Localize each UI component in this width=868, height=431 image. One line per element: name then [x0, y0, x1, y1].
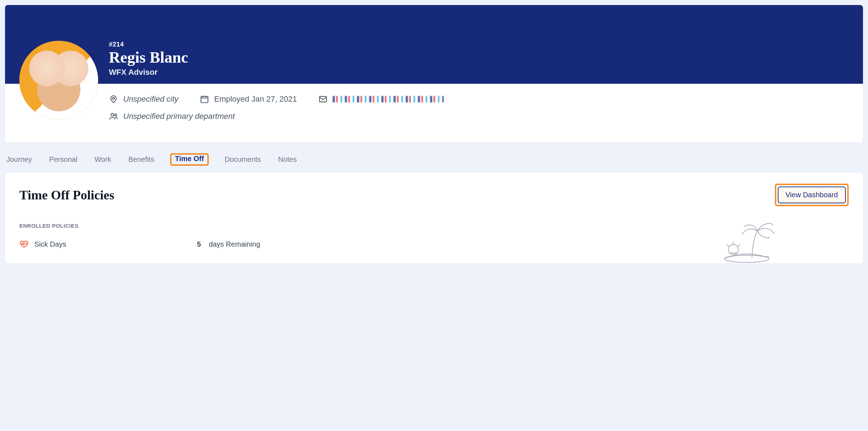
profile-tabs: Journey Personal Work Benefits Time Off … — [5, 153, 863, 173]
view-dashboard-highlight: View Dashboard — [775, 184, 849, 206]
policy-days-value: 5 — [197, 240, 201, 248]
employee-name: Regis Blanc — [109, 49, 852, 66]
tab-notes[interactable]: Notes — [277, 153, 298, 166]
svg-point-4 — [115, 114, 116, 116]
tab-timeoff[interactable]: Time Off — [172, 152, 208, 165]
view-dashboard-button[interactable]: View Dashboard — [778, 187, 846, 203]
tab-journey[interactable]: Journey — [5, 153, 33, 166]
info-department: Unspecified primary department — [109, 112, 235, 121]
employee-info-section: Unspecified city Employed Jan 27, 2021 — [5, 84, 863, 142]
vacation-illustration-icon — [720, 217, 781, 263]
city-value: Unspecified city — [123, 95, 178, 104]
email-obscured — [333, 96, 444, 102]
svg-point-0 — [112, 97, 114, 99]
employee-banner: #214 Regis Blanc WFX Advisor — [5, 5, 863, 84]
tab-timeoff-highlight: Time Off — [170, 153, 209, 166]
tab-documents[interactable]: Documents — [223, 153, 262, 166]
tab-benefits[interactable]: Benefits — [127, 153, 155, 166]
policy-name-label: Sick Days — [34, 240, 66, 248]
info-email — [318, 95, 444, 104]
employee-title: WFX Advisor — [109, 68, 852, 77]
timeoff-policies-card: Time Off Policies View Dashboard Enrolle… — [5, 173, 863, 263]
avatar-image — [19, 41, 98, 120]
policy-days-suffix: days Remaining — [209, 240, 260, 248]
employed-value: Employed Jan 27, 2021 — [214, 95, 297, 104]
info-city: Unspecified city — [109, 95, 178, 104]
avatar — [19, 41, 98, 120]
svg-point-3 — [111, 113, 114, 116]
employee-header-card: #214 Regis Blanc WFX Advisor Unspecified… — [5, 5, 863, 142]
info-employed: Employed Jan 27, 2021 — [200, 95, 297, 104]
tab-personal[interactable]: Personal — [48, 153, 79, 166]
people-icon — [109, 112, 118, 121]
department-value: Unspecified primary department — [123, 112, 235, 121]
employee-id: #214 — [109, 41, 852, 48]
tab-work[interactable]: Work — [93, 153, 112, 166]
location-pin-icon — [109, 95, 118, 104]
mail-icon — [318, 95, 328, 104]
heartbeat-icon — [19, 239, 29, 249]
page-title: Time Off Policies — [19, 188, 114, 203]
calendar-icon — [200, 95, 209, 104]
svg-rect-1 — [201, 96, 208, 102]
